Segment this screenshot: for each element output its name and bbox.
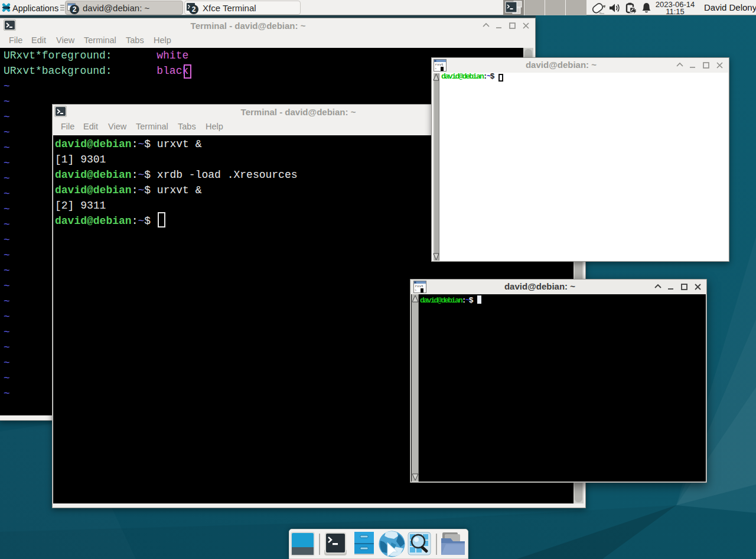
- svg-text:rxvt: rxvt: [415, 284, 423, 288]
- svg-text:rxvt: rxvt: [435, 63, 444, 67]
- svg-text:>: >: [435, 67, 436, 71]
- svg-text:>: >: [415, 289, 416, 292]
